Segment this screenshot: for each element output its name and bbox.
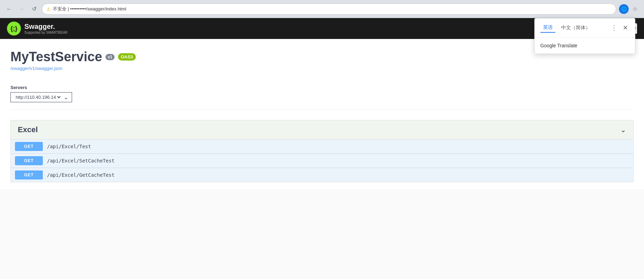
- translate-english-button[interactable]: 英语: [540, 23, 556, 33]
- translate-close-button[interactable]: ✕: [621, 23, 629, 33]
- version-badge: v1: [105, 54, 114, 60]
- endpoint-path-3: /api/Excel/GetCacheTest: [47, 168, 115, 182]
- forward-button[interactable]: →: [17, 4, 26, 14]
- security-warning-icon: ⚠: [46, 6, 51, 12]
- api-group-header[interactable]: Excel ⌄: [11, 120, 633, 140]
- translate-chinese-button[interactable]: 中文（简体）: [558, 23, 593, 32]
- endpoint-row[interactable]: GET /api/Excel/SetCacheTest: [11, 154, 633, 168]
- endpoint-row[interactable]: GET /api/Excel/GetCacheTest: [11, 168, 633, 182]
- bookmark-button[interactable]: ☆: [630, 4, 640, 14]
- method-badge-get-1: GET: [15, 142, 43, 151]
- swagger-logo-symbol: {;}: [10, 25, 17, 32]
- swagger-logo: {;} Swagger. Supported by SMARTBEAR: [7, 22, 68, 35]
- servers-select-wrapper[interactable]: http://110.40.196.14 ⌄: [10, 92, 72, 102]
- browser-actions: 🌐 ☆: [619, 4, 640, 14]
- translate-button[interactable]: 🌐: [619, 4, 629, 14]
- translate-popup-header: 英语 中文（简体） ⋮ ✕: [535, 18, 635, 38]
- endpoint-path-2: /api/Excel/SetCacheTest: [47, 154, 115, 168]
- translate-popup: 英语 中文（简体） ⋮ ✕ Google Translate: [534, 18, 635, 54]
- service-title: MyTestService: [10, 49, 102, 64]
- address-bar[interactable]: ⚠ 不安全 | ••••••••••/swagger/index.html: [42, 3, 616, 15]
- translate-popup-body: Google Translate: [535, 38, 635, 54]
- api-group-excel: Excel ⌄ GET /api/Excel/Test GET /api/Exc…: [10, 120, 634, 182]
- reload-button[interactable]: ↺: [29, 4, 39, 14]
- servers-label: Servers: [10, 85, 634, 90]
- browser-chrome: ← → ↺ ⚠ 不安全 | ••••••••••/swagger/index.h…: [0, 0, 644, 18]
- swagger-logo-text-group: Swagger. Supported by SMARTBEAR: [24, 23, 68, 34]
- translate-more-button[interactable]: ⋮: [610, 23, 619, 33]
- swagger-logo-subtext: Supported by SMARTBEAR: [24, 31, 68, 34]
- api-group-title: Excel: [18, 125, 38, 134]
- oas3-badge: OAS3: [118, 53, 136, 61]
- server-select[interactable]: http://110.40.196.14: [14, 94, 62, 100]
- method-badge-get-2: GET: [15, 156, 43, 165]
- api-group-chevron-icon: ⌄: [620, 126, 626, 134]
- method-badge-get-3: GET: [15, 170, 43, 180]
- servers-section: Servers http://110.40.196.14 ⌄: [10, 85, 634, 110]
- back-button[interactable]: ←: [4, 4, 14, 14]
- swagger-logo-icon: {;}: [7, 22, 21, 35]
- endpoint-path-1: /api/Excel/Test: [47, 140, 91, 153]
- url-text: 不安全 | ••••••••••/swagger/index.html: [53, 6, 126, 12]
- main-content: MyTestService v1 OAS3 /swagger/v1/swagge…: [0, 39, 644, 189]
- endpoint-row[interactable]: GET /api/Excel/Test: [11, 140, 633, 154]
- google-translate-label: Google Translate: [540, 43, 578, 48]
- swagger-json-link[interactable]: /swagger/v1/swagger.json: [10, 66, 634, 71]
- swagger-logo-text: Swagger.: [24, 23, 68, 31]
- chevron-down-icon: ⌄: [64, 94, 68, 101]
